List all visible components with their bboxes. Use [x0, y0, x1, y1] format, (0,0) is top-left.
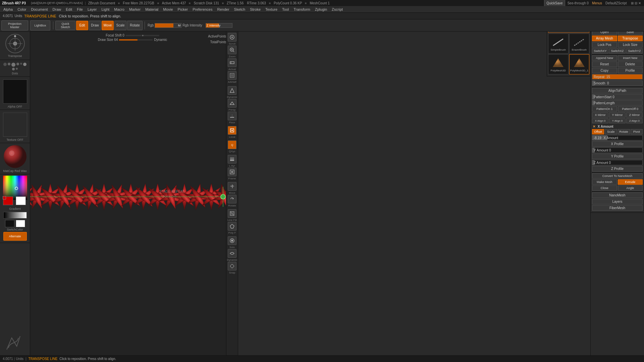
poly-f-button[interactable] — [228, 222, 236, 231]
layers-button[interactable]: Layers — [592, 199, 643, 204]
switch-xy-button[interactable]: SwitchXY — [592, 48, 608, 54]
local-button[interactable] — [228, 126, 236, 135]
pattern-on-button[interactable]: PatternOn 1 — [592, 106, 617, 112]
brush-cell-poly3d1[interactable]: PolyMesh3D_1 — [569, 54, 590, 74]
pattern-length-slider[interactable]: PatternLength — [592, 100, 643, 106]
snap-button[interactable] — [228, 262, 236, 270]
menu-material[interactable]: Material — [143, 6, 160, 12]
menu-texture[interactable]: Texture — [263, 6, 279, 12]
menu-color[interactable]: Color — [15, 6, 28, 12]
delete-button[interactable]: Delete — [618, 61, 643, 67]
fibermesh-button[interactable]: FiberMesh — [592, 205, 643, 211]
alternate-button[interactable]: Alternate — [3, 232, 27, 241]
zoom-button[interactable] — [228, 46, 236, 54]
gradient-preview[interactable] — [3, 212, 27, 219]
menu-draw[interactable]: Draw — [51, 6, 63, 12]
make-mesh-button[interactable]: Make Mesh — [592, 179, 617, 185]
y-align-button[interactable]: Y Align 0 — [609, 118, 626, 123]
menu-edit[interactable]: Edit — [64, 6, 74, 12]
y-amount-slider[interactable]: Y Amount 0 — [592, 147, 643, 153]
menu-file[interactable]: File — [75, 6, 85, 12]
menu-picker[interactable]: Picker — [176, 6, 190, 12]
x-amount-slider[interactable]: -8.19 X Amount — [592, 135, 643, 140]
aahalf-button[interactable] — [228, 71, 236, 80]
move-button[interactable]: Move — [102, 21, 114, 30]
z-profile-button[interactable]: Z Profile — [592, 166, 643, 172]
z-mirror-button[interactable]: Z Mirror — [626, 112, 643, 118]
qxyz-button[interactable]: Q — [228, 140, 236, 149]
material-preview[interactable] — [3, 144, 27, 169]
scale-button[interactable]: Scale — [114, 21, 126, 30]
smooth-slider[interactable]: Smooth 0 — [592, 80, 643, 86]
scroll-button[interactable] — [228, 33, 236, 42]
canvas-area[interactable]: Focal Shift 0 Draw Size 64 Dynamic Activ… — [30, 32, 235, 355]
menu-stroke[interactable]: Stroke — [248, 6, 263, 12]
line-fill-button[interactable] — [228, 209, 236, 218]
y-mirror-button[interactable]: Y Mirror — [609, 112, 626, 118]
z-align-button[interactable]: Z Align 0 — [626, 118, 643, 123]
brush-cell-simple[interactable]: SimpleBrush — [548, 34, 569, 54]
array-mesh-button[interactable]: Array Mesh — [592, 36, 617, 41]
swatch-black[interactable] — [5, 220, 14, 227]
switch-xz-button[interactable]: SwitchXZ — [609, 48, 626, 54]
convert-nanomesh-button[interactable]: Convert To NanoMesh — [592, 173, 643, 179]
light-box-button[interactable]: LightBox — [30, 20, 50, 31]
y-profile-button[interactable]: Y Profile — [592, 154, 643, 159]
transpose-button[interactable]: Transpose — [618, 36, 643, 41]
scale-tab-button[interactable]: Scale — [605, 129, 617, 134]
menu-zplugin[interactable]: Zplugin — [313, 6, 329, 12]
focal-shift-slider[interactable] — [126, 35, 159, 36]
menu-transform[interactable]: Transform — [291, 6, 312, 12]
rgb-slider[interactable]: M — [155, 23, 181, 28]
floor-button[interactable] — [228, 112, 236, 120]
z-amount-slider[interactable]: Z Amount 0 — [592, 160, 643, 165]
color-picker[interactable] — [3, 176, 27, 200]
switch-yz-button[interactable]: SwitchYZ — [626, 48, 643, 54]
swatch-white[interactable] — [16, 220, 25, 227]
menu-light[interactable]: Light — [99, 6, 111, 12]
rotate-tab-button[interactable]: Rotate — [618, 129, 630, 134]
transpose-wheel[interactable] — [5, 34, 25, 54]
dynamic3-button[interactable] — [228, 249, 236, 258]
offset-tab-button[interactable]: Offset — [592, 129, 604, 134]
solo-button[interactable] — [228, 236, 236, 245]
persp-button[interactable] — [228, 99, 236, 108]
quick-sketch-button[interactable]: Quick Sketch — [55, 21, 75, 30]
extrude-button[interactable]: Extrude — [618, 179, 643, 185]
pattern-off-button[interactable]: PatternOff 0 — [618, 106, 643, 112]
append-new-button[interactable]: Append New — [592, 55, 617, 61]
edit-button[interactable]: Edit — [76, 21, 88, 30]
menu-alpha[interactable]: Alpha — [1, 6, 15, 12]
menu-sketch[interactable]: Sketch — [232, 6, 248, 12]
lock-pos-button[interactable]: Lock Pos — [592, 42, 617, 48]
rotate-button[interactable]: Rotate — [127, 21, 143, 30]
pattern-start-slider[interactable]: PatternStart 0 — [592, 94, 643, 100]
draw-size-slider[interactable] — [119, 39, 153, 41]
projection-master-button[interactable]: Projection Master — [1, 20, 28, 31]
layr-button[interactable] — [228, 155, 236, 164]
x-align-button[interactable]: X Align 0 — [592, 118, 608, 123]
frame-button[interactable] — [228, 168, 236, 176]
menu-macro[interactable]: Macro — [112, 6, 126, 12]
actual-button[interactable] — [228, 58, 236, 67]
draw-button[interactable]: Draw — [89, 21, 101, 30]
brush-cell-erazer[interactable]: ErazerBrush — [569, 34, 590, 54]
menu-document[interactable]: Document — [29, 6, 50, 12]
close-button[interactable]: Close — [592, 185, 617, 191]
copy-button[interactable]: Copy — [592, 68, 617, 73]
align-to-path-button[interactable]: AlignToPath — [592, 88, 643, 94]
profile-button[interactable]: Profile — [618, 68, 643, 73]
menu-preferences[interactable]: Preferences — [191, 6, 214, 12]
lock-size-button[interactable]: Lock Size — [618, 42, 643, 48]
reset-button[interactable]: Reset — [592, 61, 617, 67]
texture-preview[interactable] — [3, 113, 27, 137]
foreground-color[interactable] — [3, 196, 13, 205]
alpha-preview[interactable] — [3, 79, 27, 104]
nanomesh-button[interactable]: NanoMesh — [592, 192, 643, 198]
menu-movie[interactable]: Movie — [161, 6, 175, 12]
move-view-button[interactable] — [228, 182, 236, 191]
rotate-view-button[interactable] — [228, 195, 236, 203]
brush-cell-poly3d[interactable]: PolyMesh3D — [548, 54, 569, 74]
menu-tool[interactable]: Tool — [280, 6, 291, 12]
insert-new-button[interactable]: Insert New — [618, 55, 643, 61]
